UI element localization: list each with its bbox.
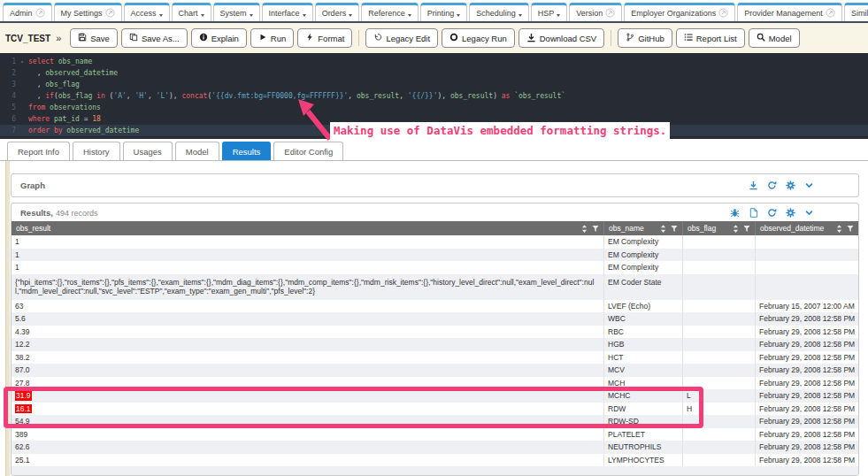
- tab-model[interactable]: Model: [175, 142, 219, 160]
- nav-tab-access[interactable]: Access: [124, 3, 170, 21]
- cell-observed_datetime: February 29, 2008 12:58 PM: [755, 415, 858, 428]
- cell-obs_name: EM Coder State: [603, 274, 682, 300]
- dropdown-caret-icon: [408, 14, 411, 17]
- run-button[interactable]: Run: [250, 28, 294, 48]
- cell-obs_result: 12.2: [12, 338, 603, 351]
- line-number: 5: [0, 102, 16, 113]
- table-row: 62.6NEUTROPHILSFebruary 29, 2008 12:58 P…: [12, 441, 858, 454]
- cell-obs_flag: [682, 261, 755, 274]
- code-text: , observed_datetime: [28, 67, 868, 79]
- cell-observed_datetime: February 29, 2008 12:58 PM: [755, 441, 858, 454]
- graph-panel: Graph: [11, 173, 859, 197]
- cell-obs_flag: [682, 441, 755, 454]
- sort-icon[interactable]: [581, 225, 588, 233]
- nav-tab-label: Printing: [427, 9, 455, 18]
- nav-tab-admin[interactable]: Admin: [3, 3, 52, 21]
- report-list-button[interactable]: Report List: [676, 28, 745, 48]
- refresh-icon[interactable]: [767, 208, 777, 218]
- model-button[interactable]: Model: [749, 28, 800, 48]
- play-icon: [258, 33, 267, 43]
- nav-tab-employer-organizations[interactable]: Employer Organizations: [624, 3, 735, 21]
- cell-observed_datetime: February 29, 2008 12:58 PM: [755, 454, 858, 467]
- column-header-icons: [836, 225, 854, 233]
- nav-tab-version[interactable]: Version: [569, 3, 622, 21]
- nav-tab-scheduling[interactable]: Scheduling: [469, 3, 529, 21]
- editor-line: 1▾select obs_name: [0, 56, 868, 67]
- legacy-run-button[interactable]: Legacy Run: [442, 28, 515, 48]
- nav-tab-label: Version: [576, 9, 603, 18]
- tab-results[interactable]: Results: [222, 142, 272, 160]
- button-label: Legacy Edit: [386, 34, 430, 43]
- cell-obs_result: 62.6: [12, 441, 603, 454]
- cell-observed_datetime: February 29, 2008 12:58 PM: [755, 364, 858, 377]
- github-button[interactable]: GitHub: [618, 28, 672, 48]
- nav-tab-reference[interactable]: Reference: [361, 3, 419, 21]
- download-icon[interactable]: [749, 180, 758, 190]
- cell-observed_datetime: [755, 235, 858, 249]
- gear-icon[interactable]: [786, 208, 795, 218]
- nav-tab-my-settings[interactable]: My Settings: [54, 3, 122, 21]
- dropdown-caret-icon: [201, 14, 204, 17]
- code-text: from observations: [28, 102, 868, 113]
- cell-obs_flag: [682, 377, 755, 390]
- nav-tab-hsp[interactable]: HSP: [531, 3, 568, 21]
- cell-observed_datetime: February 29, 2008 12:58 PM: [755, 326, 858, 339]
- explain-button[interactable]: Explain: [191, 28, 247, 48]
- refresh-icon[interactable]: [767, 180, 777, 190]
- table-row: 4.39RBCFebruary 29, 2008 12:58 PM: [12, 326, 858, 339]
- nav-tab-printing[interactable]: Printing: [420, 3, 468, 21]
- dropdown-caret-icon: [250, 14, 253, 17]
- filter-icon[interactable]: [847, 225, 854, 233]
- info-icon: [199, 33, 208, 43]
- sort-icon[interactable]: [836, 225, 842, 233]
- filter-icon[interactable]: [671, 225, 678, 233]
- nav-tab-interface[interactable]: Interface: [262, 3, 313, 21]
- format-button[interactable]: Format: [297, 28, 352, 48]
- sort-icon[interactable]: [660, 225, 666, 233]
- toolbar-separator: [358, 30, 359, 46]
- cell-obs_name: EM Complexity: [603, 261, 682, 274]
- chevron-down-icon[interactable]: [804, 180, 814, 190]
- content-area: Graph Results, 494 records obs_resultobs…: [0, 161, 868, 476]
- button-label: Save: [90, 34, 110, 43]
- file-icon[interactable]: [749, 208, 758, 218]
- nav-tab-provider-management[interactable]: Provider Management: [737, 3, 842, 21]
- nav-tab-orders[interactable]: Orders: [315, 3, 360, 21]
- cell-observed_datetime: [755, 274, 858, 300]
- nav-tab-label: Access: [131, 9, 157, 18]
- report-name-expander[interactable]: »: [56, 33, 61, 43]
- save-as-button[interactable]: Save As...: [121, 28, 188, 48]
- dropdown-caret-icon: [303, 14, 306, 17]
- nav-tab-chart[interactable]: Chart: [172, 3, 211, 21]
- button-label: Legacy Run: [462, 34, 507, 43]
- results-panel-header[interactable]: Results, 494 records: [12, 203, 858, 221]
- gear-icon[interactable]: [786, 180, 795, 190]
- chevron-down-icon[interactable]: [804, 208, 814, 218]
- tab-history[interactable]: History: [73, 142, 120, 160]
- tab-report-info[interactable]: Report Info: [7, 142, 70, 160]
- bug-icon[interactable]: [730, 208, 740, 218]
- nav-tab-similar-exposure-groups-segs[interactable]: Similar Exposure Groups (SEGs): [844, 3, 868, 21]
- sql-editor[interactable]: 1▾select obs_name2 , observed_datetime3 …: [0, 53, 868, 139]
- download-csv-button[interactable]: Download CSV: [518, 28, 604, 48]
- list-icon: [684, 33, 693, 43]
- sort-icon[interactable]: [733, 225, 739, 233]
- code-text: select obs_name: [28, 56, 868, 67]
- tab-editor-config[interactable]: Editor Config: [273, 142, 343, 160]
- cell-obs_flag: [682, 235, 755, 249]
- nav-tab-system[interactable]: System: [213, 3, 260, 21]
- filter-icon[interactable]: [592, 225, 599, 233]
- line-number: 2: [0, 67, 16, 79]
- legacy-edit-button[interactable]: Legacy Edit: [365, 28, 438, 48]
- graph-panel-header[interactable]: Graph: [12, 174, 858, 196]
- column-header-label: obs_result: [16, 224, 581, 233]
- history-icon: [373, 33, 382, 43]
- cell-obs_flag: H: [682, 403, 755, 416]
- cell-obs_flag: [682, 415, 755, 428]
- results-panel-title: Results,: [20, 208, 53, 218]
- filter-icon[interactable]: [743, 225, 750, 233]
- save-button[interactable]: Save: [70, 28, 118, 48]
- tab-usages[interactable]: Usages: [123, 142, 173, 160]
- column-header-label: obs_name: [609, 224, 660, 233]
- editor-line: 6where pat_id = 18: [0, 113, 868, 125]
